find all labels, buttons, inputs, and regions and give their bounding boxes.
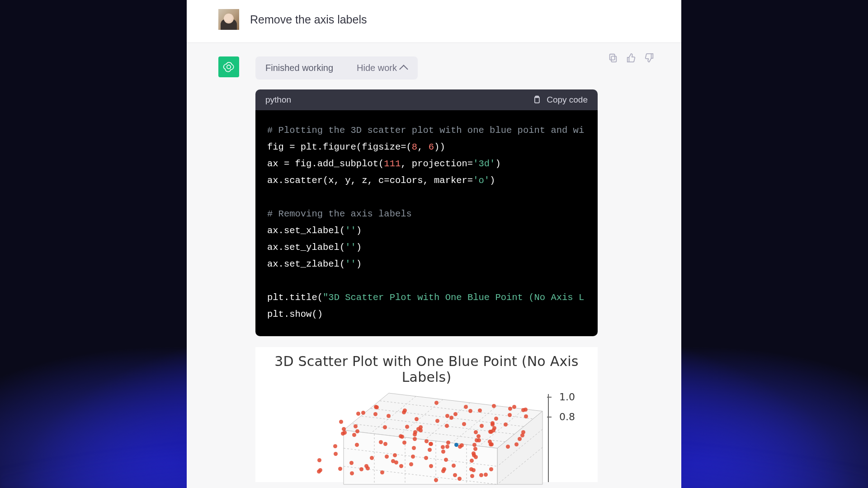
status-label: Finished working xyxy=(265,63,333,73)
scatter-point xyxy=(402,410,406,414)
scatter-point xyxy=(412,446,416,450)
scatter-point xyxy=(492,404,496,408)
plot-canvas: 1.00.8 xyxy=(255,389,598,482)
scatter-point xyxy=(350,471,354,475)
thumbs-up-icon[interactable] xyxy=(626,53,636,63)
scatter-point xyxy=(472,453,476,457)
scatter-point xyxy=(387,414,391,418)
scatter-point xyxy=(383,425,387,429)
scatter-point xyxy=(343,431,347,435)
scatter-point xyxy=(464,405,468,409)
code-block-header: python Copy code xyxy=(255,89,598,110)
scatter-point xyxy=(484,473,488,477)
scatter-point xyxy=(479,473,483,477)
scatter-point xyxy=(458,477,462,481)
scatter-point xyxy=(434,401,439,405)
scatter-point xyxy=(429,442,433,446)
scatter-point xyxy=(338,467,342,471)
copy-code-label: Copy code xyxy=(547,95,588,105)
feedback-buttons xyxy=(608,53,654,63)
plot-z-tick-label: 1.0 xyxy=(559,391,575,403)
scatter-point xyxy=(508,407,512,411)
scatter-point xyxy=(441,469,445,473)
scatter-point xyxy=(441,450,445,454)
scatter-point xyxy=(405,425,409,429)
copy-code-button[interactable]: Copy code xyxy=(532,95,588,105)
scatter-point xyxy=(424,456,428,460)
scatter-point xyxy=(400,435,404,439)
scatter-point xyxy=(361,411,365,415)
svg-rect-2 xyxy=(610,54,615,60)
scatter-point xyxy=(494,417,498,421)
thumbs-down-icon[interactable] xyxy=(644,53,654,63)
openai-logo-icon xyxy=(222,61,235,73)
scatter-point xyxy=(520,433,524,437)
scatter-point xyxy=(413,437,417,441)
scatter-point xyxy=(355,429,359,433)
scatter-point xyxy=(356,412,360,416)
chevron-up-icon xyxy=(399,65,408,74)
scatter-point xyxy=(379,440,383,444)
assistant-message-area: Finished working Hide work python Copy c… xyxy=(187,43,681,488)
scatter-point xyxy=(444,458,448,462)
code-language-label: python xyxy=(265,95,291,105)
scatter-point xyxy=(402,441,406,445)
work-status-pill: Finished working Hide work xyxy=(255,56,418,80)
scatter-point xyxy=(445,445,449,449)
assistant-body: Finished working Hide work python Copy c… xyxy=(255,56,599,482)
scatter-point xyxy=(399,464,403,468)
scatter-point xyxy=(462,422,466,426)
scatter-point xyxy=(359,467,363,471)
hide-work-toggle[interactable]: Hide work xyxy=(357,63,408,73)
scatter-point-blue xyxy=(454,443,458,447)
plot-z-tick-label: 0.8 xyxy=(559,411,575,422)
scatter-point xyxy=(472,443,476,447)
plot-z-tick xyxy=(547,417,552,418)
user-avatar xyxy=(218,9,239,30)
svg-rect-1 xyxy=(611,56,616,62)
plot-title: 3D Scatter Plot with One Blue Point (No … xyxy=(255,353,598,385)
code-block: python Copy code # Plotting the 3D scatt… xyxy=(255,89,598,336)
hide-work-label: Hide work xyxy=(357,63,397,73)
scatter-point xyxy=(317,469,321,474)
clipboard-icon xyxy=(532,95,541,104)
scatter-point xyxy=(446,441,450,445)
copy-response-icon[interactable] xyxy=(608,53,618,63)
scatter-point xyxy=(333,444,337,448)
scatter-point xyxy=(491,421,495,425)
scatter-point xyxy=(524,414,528,418)
scatter-point xyxy=(364,464,368,468)
scatter-point xyxy=(477,438,481,442)
scatter-point xyxy=(445,424,449,428)
scatter-point xyxy=(413,432,417,436)
svg-point-0 xyxy=(227,65,231,69)
plot-z-axis xyxy=(548,394,549,482)
plot-z-tick xyxy=(547,397,552,398)
scatter-point xyxy=(470,459,474,463)
scatter-point xyxy=(476,434,481,438)
chat-panel: Remove the axis labels Fin xyxy=(187,0,681,488)
scatter-point xyxy=(491,428,495,432)
scatter-point xyxy=(512,405,516,409)
code-content[interactable]: # Plotting the 3D scatter plot with one … xyxy=(255,110,598,336)
user-message-text: Remove the axis labels xyxy=(250,13,367,26)
user-message-row: Remove the axis labels xyxy=(187,0,681,43)
scatter-point xyxy=(385,455,389,459)
scatter-point xyxy=(334,452,338,456)
scatter-point xyxy=(425,439,429,443)
scatter-point xyxy=(480,424,484,428)
plot-output: 3D Scatter Plot with One Blue Point (No … xyxy=(255,347,598,482)
scatter-point xyxy=(317,458,321,462)
assistant-avatar xyxy=(218,56,239,77)
scatter-point xyxy=(355,443,359,447)
